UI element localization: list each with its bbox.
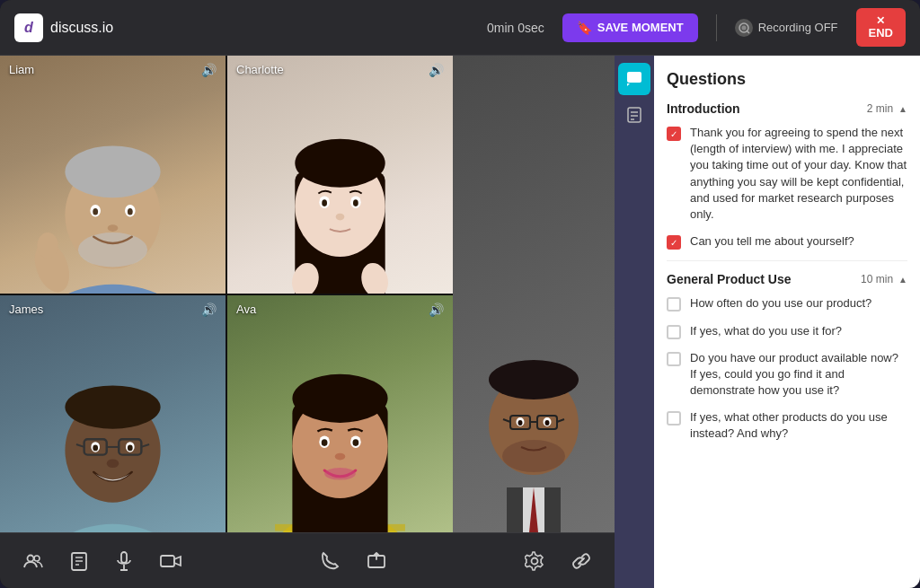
question-text-4: If yes, what do you use it for? <box>690 323 842 339</box>
question-item-2: ✓ Can you tell me about yourself? <box>667 233 907 250</box>
save-moment-button[interactable]: 🔖 SAVE MOMENT <box>562 13 698 42</box>
logo-icon: d <box>14 13 43 42</box>
svg-point-67 <box>28 555 34 561</box>
svg-point-64 <box>518 420 523 426</box>
participant-name-charlotte: Charlotte <box>236 63 284 76</box>
svg-line-2 <box>747 31 749 33</box>
question-item-6: If yes, what other products do you use i… <box>667 409 907 442</box>
question-checkbox-5[interactable] <box>667 352 681 366</box>
video-area: Liam 🔊 <box>0 56 615 588</box>
question-text-1: Thank you for agreeing to spend the next… <box>690 125 907 223</box>
sidebar-content: Questions Introduction 2 min ▲ ✓ Thank y… <box>654 56 920 588</box>
svg-point-35 <box>93 444 98 451</box>
svg-point-13 <box>38 233 58 259</box>
link-button[interactable] <box>566 546 597 576</box>
svg-point-68 <box>34 556 40 561</box>
question-item-1: ✓ Thank you for agreeing to spend the ne… <box>667 125 907 223</box>
logo-text: discuss.io <box>50 20 113 36</box>
question-text-6: If yes, what other products do you use i… <box>690 409 907 442</box>
end-button[interactable]: ✕ END <box>856 8 906 47</box>
svg-point-48 <box>352 439 358 446</box>
settings-button[interactable] <box>519 546 550 576</box>
section-meta-general-product: 10 min ▲ <box>861 273 907 285</box>
participant-name-liam: Liam <box>9 63 34 76</box>
svg-line-79 <box>579 558 584 564</box>
svg-point-65 <box>545 420 550 426</box>
svg-rect-80 <box>627 72 641 83</box>
audio-icon-ava: 🔊 <box>429 303 444 317</box>
svg-point-27 <box>65 385 160 428</box>
section-meta-introduction: 2 min ▲ <box>867 102 907 115</box>
logo-area: d discuss.io <box>14 13 476 42</box>
sidebar-tab-notes[interactable] <box>618 99 650 131</box>
session-timer: 0min 0sec <box>487 21 544 35</box>
question-text-5: Do you have our product available now? I… <box>690 350 907 399</box>
svg-point-47 <box>322 439 328 446</box>
section-title-general-product: General Product Use <box>667 272 792 286</box>
top-bar: d discuss.io 0min 0sec 🔖 SAVE MOMENT Rec… <box>0 0 920 56</box>
svg-point-49 <box>335 452 346 460</box>
end-x-icon: ✕ <box>876 15 885 27</box>
svg-point-37 <box>107 459 119 468</box>
svg-point-11 <box>108 224 119 232</box>
recording-label: Recording OFF <box>758 21 838 34</box>
svg-point-78 <box>532 557 538 564</box>
section-general-product: General Product Use 10 min ▲ <box>667 272 907 286</box>
question-checkbox-6[interactable] <box>667 411 681 426</box>
video-cell-liam: Liam 🔊 <box>0 56 226 294</box>
audio-icon-james: 🔊 <box>201 303 217 317</box>
bookmark-icon: 🔖 <box>577 21 592 35</box>
participant-name-ava: Ava <box>236 303 256 316</box>
question-text-3: How often do you use our product? <box>690 295 871 312</box>
participants-button[interactable] <box>18 546 49 576</box>
participant-name-james: James <box>9 303 43 316</box>
svg-point-1 <box>741 25 746 30</box>
video-grid: Liam 🔊 <box>0 56 453 532</box>
topbar-divider <box>716 14 717 41</box>
svg-point-17 <box>295 139 385 188</box>
question-item-5: Do you have our product available now? I… <box>667 350 907 399</box>
sidebar-tab-strip <box>615 56 654 588</box>
svg-point-50 <box>324 468 356 480</box>
share-button[interactable] <box>361 546 392 576</box>
svg-point-22 <box>336 214 345 221</box>
phone-button[interactable] <box>314 546 345 576</box>
svg-rect-73 <box>121 552 127 563</box>
audio-icon-charlotte: 🔊 <box>429 63 444 77</box>
question-checkbox-4[interactable] <box>667 325 681 339</box>
svg-point-44 <box>292 373 387 422</box>
question-text-2: Can you tell me about yourself? <box>690 233 854 250</box>
questions-title: Questions <box>667 70 907 89</box>
controls-left <box>18 546 187 576</box>
video-cell-charlotte: Charlotte 🔊 <box>227 56 453 294</box>
audio-icon-liam: 🔊 <box>201 63 217 77</box>
controls-center <box>187 546 519 576</box>
svg-point-36 <box>128 444 133 451</box>
svg-rect-76 <box>161 556 174 566</box>
question-checkbox-2[interactable]: ✓ <box>667 235 681 250</box>
microphone-button[interactable] <box>110 546 138 576</box>
bottom-bar <box>0 532 615 588</box>
sidebar-tab-chat[interactable] <box>618 63 650 95</box>
svg-point-20 <box>322 199 327 206</box>
svg-point-66 <box>502 440 565 472</box>
section-title-introduction: Introduction <box>667 101 740 116</box>
svg-point-9 <box>93 208 98 215</box>
app-container: d discuss.io 0min 0sec 🔖 SAVE MOMENT Rec… <box>0 0 920 588</box>
recording-status: Recording OFF <box>735 19 838 37</box>
question-item-3: How often do you use our product? <box>667 295 907 312</box>
section-divider-1 <box>667 260 907 261</box>
notes-button[interactable] <box>65 546 93 576</box>
section-introduction: Introduction 2 min ▲ <box>667 101 907 116</box>
svg-point-25 <box>39 523 186 532</box>
camera-button[interactable] <box>155 548 187 575</box>
video-cell-ava: Ava 🔊 <box>227 295 453 533</box>
svg-point-6 <box>78 233 147 268</box>
svg-point-5 <box>65 145 160 197</box>
question-checkbox-3[interactable] <box>667 297 681 312</box>
video-cell-james: James 🔊 <box>0 295 226 533</box>
video-content-area: Liam 🔊 <box>0 56 615 532</box>
main-content: Liam 🔊 <box>0 56 920 588</box>
question-checkbox-1[interactable]: ✓ <box>667 127 681 141</box>
controls-right <box>519 546 597 576</box>
